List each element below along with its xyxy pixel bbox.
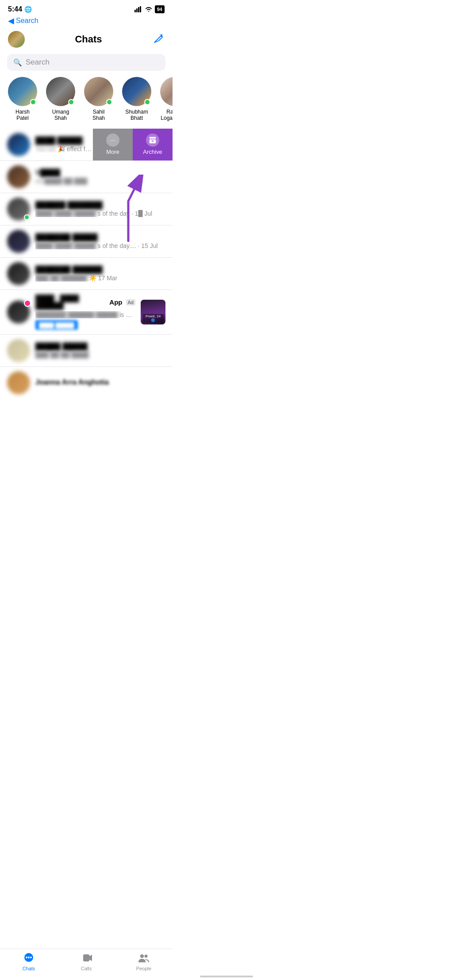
chat-name-5: ███████ ██████ [35, 266, 165, 274]
chat-item-8[interactable]: Joanna Arra Anghotia [0, 367, 173, 399]
story-item-umang[interactable]: UmangShah [45, 77, 76, 122]
chat-content-1: ████ █████ You set 🎉 effect for "s... · … [35, 137, 93, 153]
ad-thumbnail: Preeti, 24 🔵 [141, 300, 165, 324]
chat-avatar-5 [7, 262, 30, 285]
chat-content-ad: ████ - ████ ██████ App Ad ███████ ██████… [35, 294, 135, 330]
status-time: 5:44 [8, 5, 22, 13]
chat-avatar-1 [7, 133, 30, 156]
archive-icon [146, 133, 159, 147]
svg-rect-3 [140, 6, 141, 12]
chat-name-4: ███████ █████ [35, 233, 165, 241]
chat-content-8: Joanna Arra Anghotia [35, 378, 165, 387]
more-icon: ··· [106, 133, 119, 147]
ad-badge: Ad [126, 299, 135, 305]
battery-indicator: 94 [155, 5, 165, 13]
svg-rect-5 [150, 139, 156, 143]
chat-name-2: V████ [35, 169, 165, 177]
story-name-sahil: SahilShah [92, 109, 105, 122]
chat-preview-3: ████ ████ █████ s of the day · 1█ Jul [35, 210, 165, 217]
notification-dot-ad [24, 300, 31, 307]
archive-button[interactable]: Archive [133, 129, 173, 160]
chat-item-3[interactable]: ██████ ███████ ████ ████ █████ s of the … [0, 193, 173, 225]
story-name-shubham: ShubhamBhatt [125, 109, 148, 122]
ad-cta-button[interactable]: ████ █████ [35, 320, 78, 330]
more-label: More [106, 149, 119, 155]
chat-content-7: █████ █████ ███ ██ ██ ████ [35, 343, 165, 358]
search-bar[interactable]: 🔍 Search [7, 54, 165, 71]
chat-item-5[interactable]: ███████ ██████ ███ ██ ██████ ☀️ 17 Mar [0, 258, 173, 290]
user-avatar[interactable] [8, 31, 25, 48]
search-placeholder: Search [26, 58, 50, 67]
chat-ad-name-visible: App [109, 298, 122, 306]
chat-content-3: ██████ ███████ ████ ████ █████ s of the … [35, 201, 165, 217]
chat-list: ████ █████ You set 🎉 effect for "s... · … [0, 129, 173, 399]
chat-item-2[interactable]: V████ ebr████ ██ ███ [0, 161, 173, 193]
chat-avatar-8 [7, 371, 30, 394]
chat-name-8: Joanna Arra Anghotia [35, 378, 165, 386]
chat-avatar-7 [7, 339, 30, 362]
chat-item-1[interactable]: ████ █████ You set 🎉 effect for "s... · … [0, 129, 173, 161]
stories-row: HarshPatel UmangShah SahilShah ShubhamBh… [0, 77, 173, 129]
story-name-ranjith: RanjithLoganathan [161, 109, 173, 122]
archive-label: Archive [143, 149, 162, 155]
story-avatar-ranjith [160, 77, 173, 106]
back-nav[interactable]: ◀ Search [0, 15, 173, 28]
chat-avatar-4 [7, 230, 30, 253]
svg-rect-0 [134, 10, 136, 12]
page-title: Chats [75, 34, 102, 45]
chat-avatar-2 [7, 165, 30, 188]
online-dot-3 [24, 214, 30, 220]
chat-preview-ad: ███████ ██████ █████ is Dating... [35, 311, 135, 318]
svg-rect-2 [138, 7, 139, 12]
online-dot-umang [68, 99, 74, 105]
story-item-shubham[interactable]: ShubhamBhatt [121, 77, 152, 122]
story-item-harsh[interactable]: HarshPatel [7, 77, 38, 122]
chats-header: Chats [0, 28, 173, 52]
chat-preview-2: ebr████ ██ ███ [35, 178, 165, 185]
swipe-actions: ··· More Archive [93, 129, 173, 160]
svg-rect-6 [151, 141, 154, 141]
story-name-umang: UmangShah [52, 109, 69, 122]
chat-preview-4: ████ ████ █████ s of the day.... · 15 Ju… [35, 242, 165, 249]
globe-icon: 🌐 [24, 6, 32, 13]
chat-content-4: ███████ █████ ████ ████ █████ s of the d… [35, 233, 165, 249]
story-item-ranjith[interactable]: RanjithLoganathan [159, 77, 173, 122]
svg-rect-1 [136, 8, 138, 12]
back-nav-label: Search [16, 17, 38, 25]
chat-name-3: ██████ ███████ [35, 201, 165, 209]
svg-rect-4 [150, 137, 156, 139]
chat-item-4[interactable]: ███████ █████ ████ ████ █████ s of the d… [0, 225, 173, 258]
story-item-sahil[interactable]: SahilShah [83, 77, 114, 122]
chat-preview-1: You set 🎉 effect for "s... · 28 Dec [35, 145, 93, 153]
chat-content-5: ███████ ██████ ███ ██ ██████ ☀️ 17 Mar [35, 266, 165, 282]
status-bar: 5:44 🌐 94 [0, 0, 173, 15]
compose-button[interactable] [152, 32, 165, 46]
more-button[interactable]: ··· More [93, 129, 133, 160]
chat-ad-name: ████ - ████ ██████ [35, 294, 107, 309]
chat-name-1: ████ █████ [35, 137, 93, 145]
chat-content-2: V████ ebr████ ██ ███ [35, 169, 165, 185]
story-name-harsh: HarshPatel [15, 109, 30, 122]
chat-item-ad[interactable]: ████ - ████ ██████ App Ad ███████ ██████… [0, 290, 173, 335]
chat-name-7: █████ █████ [35, 343, 165, 351]
search-icon: 🔍 [13, 58, 22, 67]
online-dot-sahil [106, 99, 112, 105]
signal-icon [134, 6, 142, 12]
wifi-icon [145, 6, 153, 12]
chat-preview-7: ███ ██ ██ ████ [35, 351, 165, 358]
chat-item-7[interactable]: █████ █████ ███ ██ ██ ████ [0, 335, 173, 367]
online-dot-harsh [30, 99, 36, 105]
chat-preview-5: ███ ██ ██████ ☀️ 17 Mar [35, 275, 165, 282]
online-dot-shubham [144, 99, 150, 105]
back-chevron-icon: ◀ [8, 16, 14, 26]
